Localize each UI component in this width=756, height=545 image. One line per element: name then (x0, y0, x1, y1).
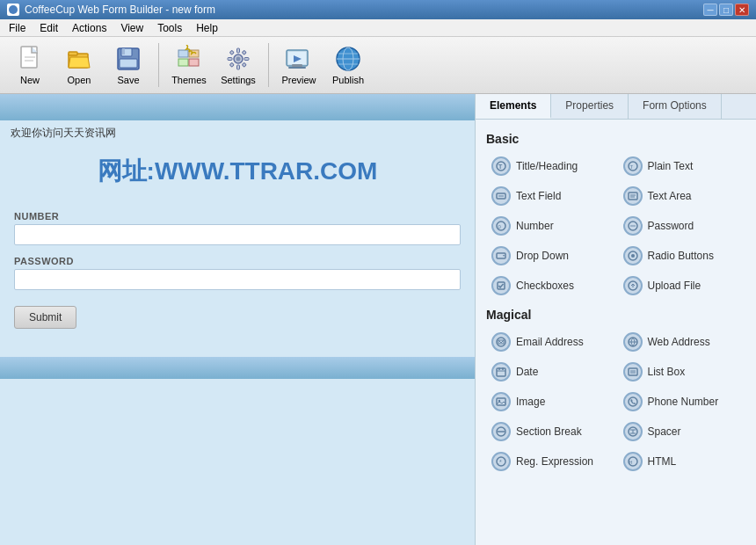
svg-point-52 (631, 254, 635, 258)
svg-rect-21 (242, 50, 246, 54)
svg-rect-12 (178, 59, 188, 66)
element-reg-expression[interactable]: .* Reg. Expression (486, 448, 614, 475)
element-drop-down[interactable]: Drop Down (486, 243, 614, 269)
element-date-label: Date (516, 366, 538, 378)
web-address-icon (623, 332, 643, 352)
element-html[interactable]: H HTML (618, 448, 746, 475)
toolbar-themes-label: Themes (171, 75, 207, 85)
menu-file[interactable]: File (4, 20, 31, 36)
tab-properties[interactable]: Properties (551, 94, 629, 119)
element-title-heading[interactable]: T Title/Heading (486, 153, 614, 179)
element-title-heading-label: Title/Heading (516, 160, 578, 172)
svg-point-68 (629, 397, 637, 406)
element-spacer-label: Spacer (648, 425, 681, 438)
panel-tabs: Elements Properties Form Options (476, 94, 756, 120)
element-section-break[interactable]: Section Break (486, 418, 614, 445)
element-phone-number-label: Phone Number (648, 396, 719, 408)
list-box-icon (623, 362, 643, 382)
toolbar-themes-button[interactable]: Themes (166, 40, 212, 90)
preview-icon (285, 45, 313, 73)
element-image[interactable]: Image (486, 389, 614, 415)
svg-point-0 (9, 5, 18, 14)
element-password-label: Password (648, 220, 694, 232)
minimize-button[interactable]: ─ (703, 4, 717, 16)
element-section-break-label: Section Break (516, 425, 582, 438)
basic-section-header: Basic (486, 132, 745, 146)
svg-text:.*: .* (498, 459, 502, 465)
tab-elements[interactable]: Elements (476, 94, 551, 119)
section-break-icon (491, 422, 511, 441)
elements-panel: Basic T Title/Heading T Plain Text (476, 120, 756, 545)
html-icon: H (623, 452, 643, 471)
toolbar-publish-label: Publish (332, 75, 364, 85)
element-radio-buttons[interactable]: Radio Buttons (618, 243, 746, 269)
svg-rect-27 (288, 67, 306, 69)
toolbar-save-button[interactable]: Save (105, 40, 151, 90)
toolbar-separator-1 (158, 43, 159, 87)
svg-point-48 (634, 225, 636, 227)
svg-rect-9 (120, 59, 137, 68)
app-icon (7, 4, 19, 16)
menu-edit[interactable]: Edit (34, 20, 63, 36)
menu-actions[interactable]: Actions (67, 20, 112, 36)
element-password[interactable]: Password (618, 213, 746, 239)
element-text-field-label: Text Field (516, 190, 561, 202)
svg-point-47 (632, 225, 634, 227)
element-number[interactable]: 0 Number (486, 213, 614, 239)
password-icon (623, 216, 643, 236)
email-address-icon (491, 332, 511, 352)
window-title: CoffeeCup Web Form Builder - new form (25, 4, 215, 16)
element-web-address[interactable]: Web Address (618, 329, 746, 355)
svg-rect-16 (237, 48, 240, 53)
element-plain-text[interactable]: T Plain Text (618, 153, 746, 179)
svg-rect-23 (242, 62, 246, 67)
svg-rect-20 (229, 50, 234, 54)
main-area: 欢迎你访问天天资讯网 网址:WWW.TTRAR.COM NUMBER PASSW… (0, 94, 756, 545)
element-text-area-label: Text Area (648, 190, 692, 202)
themes-icon (175, 45, 203, 73)
element-email-address[interactable]: Email Address (486, 329, 614, 355)
form-submit-area: Submit (0, 295, 475, 339)
magical-section-header: Magical (486, 308, 745, 322)
toolbar-new-button[interactable]: New (7, 40, 53, 90)
element-plain-text-label: Plain Text (648, 160, 694, 172)
toolbar-preview-button[interactable]: Preview (276, 40, 322, 90)
checkboxes-icon (491, 276, 511, 295)
window-controls[interactable]: ─ □ ✕ (703, 4, 749, 16)
number-label: NUMBER (14, 211, 461, 222)
form-preview[interactable]: 欢迎你访问天天资讯网 网址:WWW.TTRAR.COM NUMBER PASSW… (0, 94, 475, 545)
tab-form-options[interactable]: Form Options (629, 94, 722, 119)
close-button[interactable]: ✕ (735, 4, 749, 16)
element-phone-number[interactable]: Phone Number (618, 389, 746, 415)
svg-rect-59 (497, 368, 505, 376)
toolbar-settings-button[interactable]: Settings (215, 40, 261, 90)
toolbar-save-label: Save (117, 75, 139, 85)
toolbar-open-button[interactable]: Open (56, 40, 102, 90)
element-spacer[interactable]: Spacer (618, 418, 746, 445)
svg-rect-13 (189, 59, 199, 66)
element-image-label: Image (516, 396, 545, 408)
number-input[interactable] (14, 224, 461, 245)
element-list-box[interactable]: List Box (618, 359, 746, 385)
menu-help[interactable]: Help (191, 20, 223, 36)
magical-elements-grid: Email Address Web Address Date (486, 329, 745, 475)
svg-rect-10 (178, 50, 188, 57)
svg-rect-19 (244, 58, 249, 61)
svg-text:T: T (629, 164, 633, 170)
element-checkboxes[interactable]: Checkboxes (486, 272, 614, 299)
element-radio-buttons-label: Radio Buttons (648, 250, 714, 262)
submit-button[interactable]: Submit (14, 306, 76, 329)
element-date[interactable]: Date (486, 359, 614, 385)
right-panel: Elements Properties Form Options Basic T… (475, 94, 756, 545)
toolbar-publish-button[interactable]: Publish (325, 40, 371, 90)
element-text-field[interactable]: Text Field (486, 183, 614, 209)
save-icon (114, 45, 142, 73)
title-heading-icon: T (491, 156, 511, 176)
password-input[interactable] (14, 269, 461, 290)
element-text-area[interactable]: Text Area (618, 183, 746, 209)
menu-view[interactable]: View (115, 20, 149, 36)
number-icon: 0 (491, 216, 511, 236)
element-upload-file[interactable]: Upload File (618, 272, 746, 299)
menu-tools[interactable]: Tools (152, 20, 187, 36)
maximize-button[interactable]: □ (719, 4, 733, 16)
